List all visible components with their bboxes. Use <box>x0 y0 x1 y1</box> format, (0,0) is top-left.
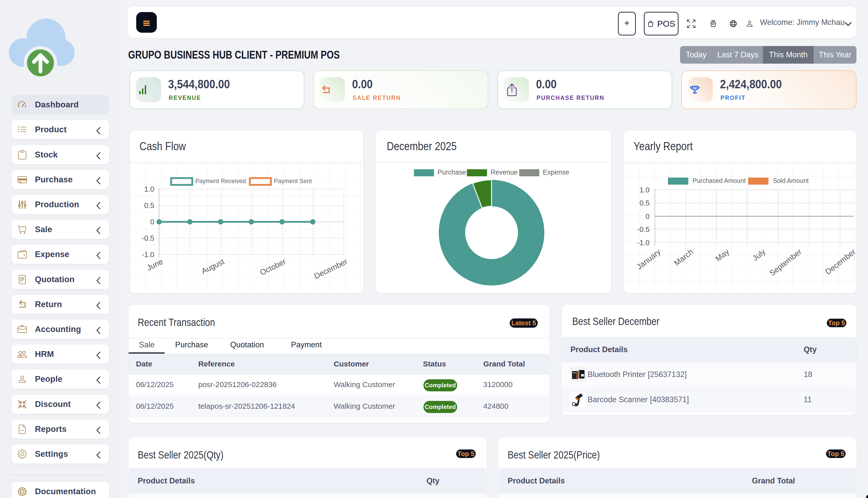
svg-text:Revenue: Revenue <box>490 169 518 176</box>
svg-text:Purchased Amount: Purchased Amount <box>693 177 746 184</box>
svg-text:December: December <box>824 247 856 276</box>
svg-text:0.5: 0.5 <box>640 199 650 207</box>
svg-text:Purchase: Purchase <box>437 169 466 176</box>
svg-text:May: May <box>714 247 731 263</box>
svg-text:Payment Received: Payment Received <box>195 178 246 184</box>
svg-text:-1.0: -1.0 <box>142 250 154 259</box>
svg-text:September: September <box>768 247 803 278</box>
svg-text:Expense: Expense <box>543 169 569 176</box>
svg-text:October: October <box>259 257 287 277</box>
svg-text:Payment Sent: Payment Sent <box>274 178 312 184</box>
svg-text:Sold Amount: Sold Amount <box>773 177 809 184</box>
svg-text:July: July <box>751 247 767 263</box>
svg-text:March: March <box>673 247 695 267</box>
svg-text:-0.5: -0.5 <box>637 225 650 233</box>
svg-text:December: December <box>313 257 349 281</box>
svg-text:August: August <box>200 257 226 276</box>
svg-text:June: June <box>145 257 164 272</box>
svg-text:1.0: 1.0 <box>640 186 650 194</box>
svg-text:-1.0: -1.0 <box>637 239 650 247</box>
svg-text:0.5: 0.5 <box>144 201 154 210</box>
svg-text:0: 0 <box>150 218 154 226</box>
svg-text:January: January <box>635 247 662 271</box>
svg-text:0: 0 <box>646 212 650 220</box>
svg-text:-0.5: -0.5 <box>142 234 154 242</box>
svg-text:1.0: 1.0 <box>144 185 154 193</box>
